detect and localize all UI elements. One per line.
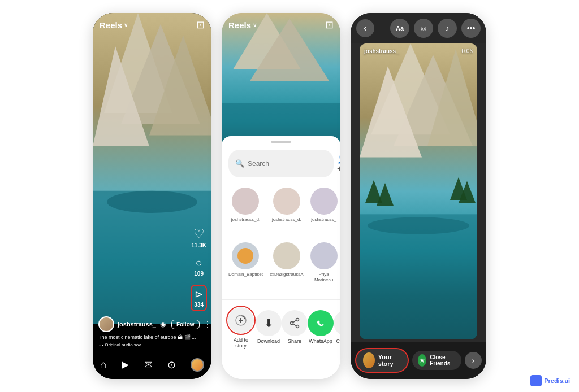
copy-link-button[interactable]: Copy link (334, 310, 340, 344)
chevron-down-icon[interactable]: ∨ (124, 22, 128, 28)
whatsapp-icon (308, 310, 334, 336)
like-action[interactable]: ♡ 11.3K (191, 227, 206, 249)
story-preview: joshstrauss_ 0:06 (360, 43, 477, 339)
comment-count: 109 (194, 271, 204, 277)
more-options-icon[interactable]: ⋮ (203, 319, 211, 330)
sheet-actions: Add tostory ⬇ Download (222, 299, 340, 354)
story-username: joshstrauss_ (364, 48, 399, 54)
contact-item[interactable]: @DazigstraussA (267, 239, 306, 297)
close-friends-button[interactable]: ★ Close Friends (412, 351, 461, 370)
bottom-navigation: ⌂ ▶ ✉ ⊙ (93, 350, 211, 379)
svg-point-6 (107, 191, 197, 213)
editor-tools: Aa ☺ ♪ ••• (390, 19, 481, 38)
svg-point-30 (368, 217, 469, 234)
contact-item[interactable]: joshstrauss_d. (226, 184, 265, 237)
reels-nav-icon[interactable]: ▶ (122, 359, 129, 371)
contact-name: joshstrauss_d. (231, 217, 261, 223)
svg-point-14 (296, 319, 299, 321)
share-icon: ⊳ (195, 288, 203, 300)
heart-icon: ♡ (193, 227, 205, 241)
share-action[interactable]: ⊳ 334 (191, 285, 207, 311)
story-user-bar: joshstrauss_ 0:06 (364, 48, 473, 54)
home-icon[interactable]: ⌂ (100, 358, 107, 371)
add-story-icon (228, 307, 254, 333)
search-input[interactable] (248, 160, 332, 168)
predis-logo-icon (530, 375, 542, 386)
contact-name: joshstrauss_ (311, 217, 336, 223)
right-actions: ♡ 11.3K ○ 109 ⊳ 334 (191, 227, 207, 311)
top-bar-2: Reels ∨ ⊡ (222, 13, 340, 34)
reels-label: Reels (100, 20, 122, 30)
your-story-button[interactable]: Your story (355, 348, 409, 373)
search-bar[interactable]: 🔍 👤+ (228, 150, 334, 177)
comment-icon: ○ (196, 256, 202, 269)
share-label: Share (288, 338, 301, 344)
chevron-left-icon: ‹ (364, 23, 366, 33)
contact-name: joshstrauss_d. (272, 217, 301, 223)
your-story-label: Your story (378, 354, 401, 367)
follow-button[interactable]: Follow (171, 320, 200, 329)
share-icon-2 (282, 310, 308, 336)
contact-item[interactable]: joshstrauss_ (308, 184, 340, 237)
svg-point-15 (296, 325, 299, 328)
share-count: 334 (194, 302, 204, 308)
svg-line-18 (293, 324, 296, 326)
sticker-icon: ☺ (420, 24, 427, 33)
more-tools-button[interactable]: ••• (461, 19, 481, 38)
messages-icon[interactable]: ✉ (144, 359, 153, 371)
copy-link-icon (334, 310, 340, 336)
add-to-story-button[interactable]: Add tostory (226, 306, 256, 349)
camera-icon-2[interactable]: ⊡ (325, 19, 334, 31)
close-friends-label: Close Friends (430, 354, 456, 367)
chevron-right-icon: › (472, 356, 475, 365)
phone-share-sheet: Reels ∨ ⊡ 🔍 👤+ joshstrauss_d. (222, 13, 340, 379)
phone-instagram-reels: Reels ∨ ⊡ ♡ 11.3K ○ 109 ⊳ 334 (93, 13, 211, 379)
comment-action[interactable]: ○ 109 (194, 256, 204, 277)
reel-preview: Reels ∨ ⊡ (222, 13, 340, 149)
caption-text: The most cinematic lake of europe 🏔 🎬 ..… (98, 334, 206, 341)
profile-icon[interactable] (191, 358, 204, 372)
sticker-tool-button[interactable]: ☺ (414, 19, 433, 38)
contact-item[interactable]: Priya Morineau (308, 239, 340, 297)
next-button[interactable]: › (465, 352, 482, 369)
contact-avatar (310, 242, 338, 269)
user-info: joshstrauss_ ◉ Follow ⋮ The most cinemat… (93, 316, 211, 347)
like-count: 11.3K (191, 242, 206, 249)
text-tool-button[interactable]: Aa (390, 19, 409, 38)
text-icon: Aa (396, 25, 404, 32)
back-button[interactable]: ‹ (356, 19, 374, 37)
svg-line-17 (293, 320, 296, 323)
sheet-handle (271, 141, 291, 143)
contacts-grid: joshstrauss_d. joshstrauss_d. joshstraus… (222, 184, 340, 297)
whatsapp-label: WhatsApp (309, 338, 332, 344)
contact-item[interactable]: Domain_Baptiset (226, 239, 265, 297)
svg-point-19 (314, 316, 327, 330)
your-story-avatar (363, 352, 375, 368)
music-tool-button[interactable]: ♪ (438, 19, 457, 38)
whatsapp-button[interactable]: WhatsApp (308, 310, 334, 344)
contact-avatar (232, 242, 259, 269)
share-button[interactable]: Share (282, 310, 308, 344)
add-to-story-label: Add tostory (234, 337, 248, 349)
contact-name: Priya Morineau (310, 272, 338, 282)
contact-name: Domain_Baptiset (228, 272, 263, 277)
download-label: Download (257, 338, 280, 344)
chevron-icon-2[interactable]: ∨ (253, 22, 257, 28)
contact-item[interactable]: joshstrauss_d. (267, 184, 306, 237)
reels-header: Reels ∨ (100, 20, 128, 30)
download-button[interactable]: ⬇ Download (256, 310, 282, 344)
phone-your-story: ‹ Aa ☺ ♪ ••• (351, 13, 486, 379)
camera-icon[interactable]: ⊡ (196, 19, 205, 31)
more-icon: ••• (467, 24, 476, 33)
top-bar: Reels ∨ ⊡ (93, 13, 211, 34)
copy-link-label: Copy link (336, 338, 340, 344)
download-icon: ⬇ (256, 310, 282, 336)
audio-info: ♪ • Original audio sov (98, 342, 206, 347)
search-icon-2: 🔍 (235, 159, 244, 168)
contact-avatar (232, 188, 259, 215)
reels-label-2: Reels ∨ (228, 20, 257, 30)
search-icon[interactable]: ⊙ (167, 359, 176, 371)
add-person-icon[interactable]: 👤+ (337, 153, 340, 174)
story-bottom-bar: Your story ★ Close Friends › (351, 342, 486, 379)
contact-avatar (273, 242, 300, 269)
